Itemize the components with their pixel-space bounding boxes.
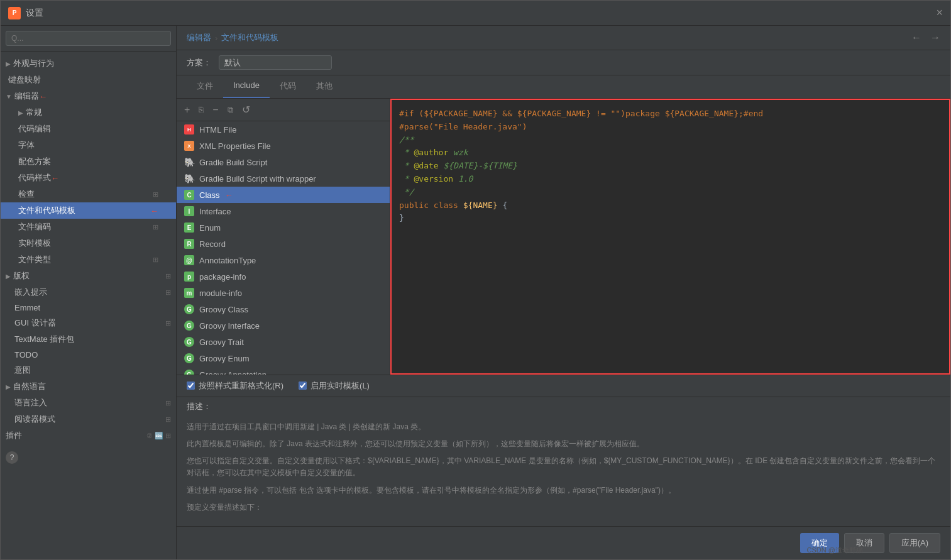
file-item-groovy-annotation[interactable]: G Groovy Annotation	[177, 366, 390, 375]
sidebar-item-intentions[interactable]: 意图	[1, 362, 176, 378]
icon-indicator: ⊞	[165, 399, 171, 407]
reformat-checkbox[interactable]: 按照样式重新格式化(R)	[187, 380, 283, 392]
reformat-label: 按照样式重新格式化(R)	[199, 380, 283, 392]
add-button[interactable]: +	[182, 103, 192, 117]
sidebar-label: 编辑器	[14, 91, 39, 102]
sidebar-item-inspections[interactable]: 检查 ⊞	[1, 186, 176, 202]
nav-forward[interactable]: →	[930, 32, 940, 43]
copy-button[interactable]: ⎘	[196, 104, 206, 116]
file-name: Gradle Build Script with wrapper	[199, 174, 316, 184]
file-tree-toolbar: + ⎘ − ⧉ ↺	[177, 99, 390, 121]
tab-code[interactable]: 代码	[270, 75, 306, 98]
sidebar-item-todo[interactable]: TODO	[1, 348, 176, 362]
desc-p5: 预定义变量描述如下：	[187, 502, 940, 513]
expand-icon: ▶	[18, 109, 23, 116]
live-templates-checkbox[interactable]: 启用实时模板(L)	[299, 380, 370, 392]
sidebar-item-appearance[interactable]: ▶ 外观与行为	[1, 55, 176, 72]
sidebar-label: 版权	[13, 270, 165, 282]
sidebar-label: 嵌入提示	[6, 287, 165, 298]
sidebar-item-live-templates[interactable]: 实时模板	[1, 235, 176, 251]
sidebar-label: 配色方案	[18, 156, 51, 167]
file-item-module-info[interactable]: m module-info	[177, 285, 390, 301]
middle-content: + ⎘ − ⧉ ↺ H HTML File X	[177, 99, 950, 375]
sidebar-item-textmate[interactable]: TextMate 插件包	[1, 331, 176, 348]
sidebar-item-color-scheme[interactable]: 配色方案	[1, 153, 176, 170]
sidebar-item-file-types[interactable]: 文件类型 ⊞	[1, 251, 176, 268]
live-templates-checkbox-input[interactable]	[299, 382, 307, 390]
description-area: 适用于通过在项目工具窗口中调用新建 | Java 类 | 类创建的新 Java …	[177, 414, 950, 526]
tab-other[interactable]: 其他	[306, 75, 343, 98]
icon-indicator: ⊞	[165, 319, 171, 327]
file-item-annotation[interactable]: @ AnnotationType	[177, 252, 390, 268]
xml-icon: X	[184, 141, 194, 151]
file-item-interface[interactable]: I Interface	[177, 203, 390, 219]
code-line-8: public class ${NAME} {	[399, 199, 942, 212]
sidebar-label: 常规	[26, 107, 42, 118]
breadcrumb-file-templates[interactable]: 文件和代码模板	[221, 32, 278, 43]
delete-button[interactable]: −	[210, 103, 221, 117]
apply-button[interactable]: 应用(A)	[889, 533, 940, 553]
sidebar-item-gui-designer[interactable]: GUI 设计器 ⊞	[1, 315, 176, 331]
code-editor[interactable]: #if (${PACKAGE_NAME} && ${PACKAGE_NAME} …	[390, 99, 950, 375]
sidebar-label: 文件和代码模板	[18, 205, 75, 216]
code-panel: #if (${PACKAGE_NAME} && ${PACKAGE_NAME} …	[390, 99, 950, 375]
file-item-class[interactable]: C Class ←	[177, 187, 390, 203]
code-line-6: * @version 1.0	[399, 173, 942, 186]
sidebar-label: 代码编辑	[18, 123, 51, 135]
icon-indicator: ⊞	[165, 415, 171, 424]
sidebar-label: 文件类型	[18, 254, 51, 265]
reformat-checkbox-input[interactable]	[187, 382, 195, 390]
html-icon: H	[184, 124, 194, 135]
file-item-enum[interactable]: E Enum	[177, 219, 390, 236]
sidebar-item-keymap[interactable]: 键盘映射	[1, 72, 176, 88]
expand-icon: ▶	[6, 383, 11, 390]
file-item-groovy-trait[interactable]: G Groovy Trait	[177, 334, 390, 350]
sidebar-item-natural-language[interactable]: ▶ 自然语言	[1, 378, 176, 395]
nav-back[interactable]: ←	[911, 32, 921, 43]
file-name: package-info	[199, 272, 246, 282]
file-item-groovy-class[interactable]: G Groovy Class	[177, 301, 390, 317]
help-button[interactable]: ?	[1, 444, 176, 471]
tab-files[interactable]: 文件	[187, 75, 223, 98]
reset-button[interactable]: ↺	[239, 102, 253, 117]
sidebar-item-emmet[interactable]: Emmet	[1, 300, 176, 315]
sidebar-label: 代码样式	[18, 172, 51, 184]
sidebar-item-code-editing[interactable]: 代码编辑	[1, 121, 176, 137]
schema-row: 方案： 默认	[177, 50, 950, 75]
icon-indicator: ⊞	[165, 272, 171, 280]
sidebar-search-input[interactable]	[6, 31, 171, 46]
file-item-xml[interactable]: X XML Properties File	[177, 138, 390, 154]
sidebar-item-copyright[interactable]: ▶ 版权 ⊞	[1, 268, 176, 284]
package-info-icon: p	[184, 272, 194, 282]
code-line-1: #if (${PACKAGE_NAME} && ${PACKAGE_NAME} …	[399, 107, 942, 121]
sidebar-item-inlay-hints[interactable]: 嵌入提示 ⊞	[1, 284, 176, 300]
file-item-groovy-interface[interactable]: G Groovy Interface	[177, 317, 390, 334]
sidebar-item-general[interactable]: ▶ 常规	[1, 104, 176, 121]
sidebar-item-font[interactable]: 字体	[1, 137, 176, 153]
file-tree-list: H HTML File X XML Properties File 🐘 Grad…	[177, 121, 390, 375]
file-item-gradle-wrapper[interactable]: 🐘 Gradle Build Script with wrapper	[177, 170, 390, 187]
sidebar-item-code-style[interactable]: 代码样式 ←	[1, 170, 176, 186]
close-button[interactable]: ×	[936, 6, 943, 19]
desc-p2: 此内置模板是可编辑的。除了 Java 表达式和注释外，您还可以使用预定义变量（如…	[187, 438, 940, 450]
sidebar-item-language-inject[interactable]: 语言注入 ⊞	[1, 395, 176, 411]
file-item-groovy-enum[interactable]: G Groovy Enum	[177, 350, 390, 366]
sidebar-item-plugins[interactable]: 插件 ② 🔤 ⊞	[1, 427, 176, 444]
desc-p1: 适用于通过在项目工具窗口中调用新建 | Java 类 | 类创建的新 Java …	[187, 421, 940, 433]
sidebar-item-file-templates[interactable]: 文件和代码模板 ←	[1, 202, 176, 219]
breadcrumb-editor[interactable]: 编辑器	[187, 32, 211, 43]
breadcrumb: 编辑器 › 文件和代码模板 ← →	[177, 26, 950, 50]
file-item-html[interactable]: H HTML File	[177, 121, 390, 138]
tab-include[interactable]: Include	[223, 75, 270, 98]
file-item-package-info[interactable]: p package-info	[177, 268, 390, 285]
schema-select[interactable]: 默认	[219, 55, 332, 70]
file-item-record[interactable]: R Record	[177, 236, 390, 252]
sidebar-item-file-encodings[interactable]: 文件编码 ⊞	[1, 219, 176, 235]
sidebar-item-reader-mode[interactable]: 阅读器模式 ⊞	[1, 411, 176, 427]
sidebar-label: 自然语言	[13, 381, 46, 392]
file-name: AnnotationType	[199, 256, 256, 265]
duplicate-button[interactable]: ⧉	[225, 104, 236, 116]
file-item-gradle[interactable]: 🐘 Gradle Build Script	[177, 154, 390, 170]
tabs-bar: 文件 Include 代码 其他	[177, 75, 950, 99]
sidebar-item-editor[interactable]: ▼ 编辑器 ←	[1, 88, 176, 104]
